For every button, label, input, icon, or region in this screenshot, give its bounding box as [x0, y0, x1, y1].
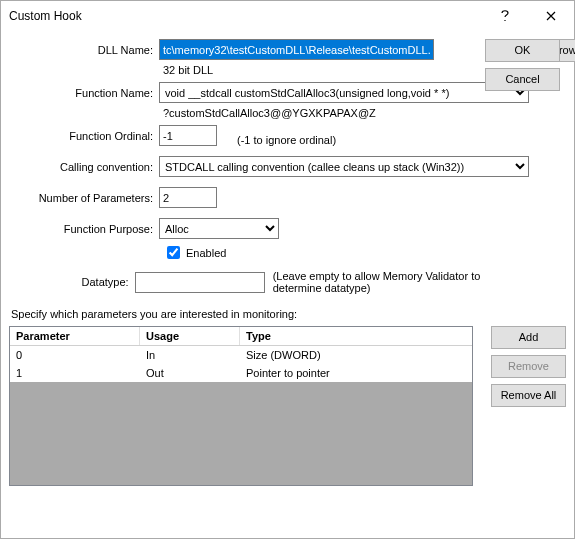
dll-name-label: DLL Name:	[9, 44, 159, 56]
col-usage[interactable]: Usage	[140, 327, 240, 345]
cell-type: Pointer to pointer	[240, 364, 472, 382]
enabled-label: Enabled	[186, 247, 226, 259]
custom-hook-dialog: Custom Hook DLL Name: 32 bit DLL Functio…	[0, 0, 575, 539]
add-button[interactable]: Add	[491, 326, 566, 349]
ok-button[interactable]: OK	[485, 39, 560, 62]
bit-note: 32 bit DLL	[163, 64, 213, 76]
cell-param: 0	[10, 346, 140, 364]
function-purpose-select[interactable]: Alloc	[159, 218, 279, 239]
cell-type: Size (DWORD)	[240, 346, 472, 364]
function-name-select[interactable]: void __stdcall customStdCallAlloc3(unsig…	[159, 82, 529, 103]
help-icon	[500, 9, 510, 23]
enabled-checkbox[interactable]	[167, 246, 180, 259]
datatype-field[interactable]	[135, 272, 265, 293]
datatype-note: (Leave empty to allow Memory Validator t…	[273, 270, 529, 294]
remove-button[interactable]: Remove	[491, 355, 566, 378]
calling-convention-select[interactable]: STDCALL calling convention (callee clean…	[159, 156, 529, 177]
monitoring-section-label: Specify which parameters you are interes…	[11, 308, 566, 320]
num-params-label: Number of Parameters:	[9, 192, 159, 204]
ordinal-note: (-1 to ignore ordinal)	[237, 134, 336, 146]
calling-convention-label: Calling convention:	[9, 161, 159, 173]
close-button[interactable]	[528, 1, 574, 31]
function-ordinal-field[interactable]	[159, 125, 217, 146]
table-row[interactable]: 1 Out Pointer to pointer	[10, 364, 472, 382]
table-header: Parameter Usage Type	[10, 327, 472, 346]
parameters-table[interactable]: Parameter Usage Type 0 In Size (DWORD) 1…	[9, 326, 473, 486]
close-icon	[546, 11, 556, 21]
dll-name-field[interactable]	[159, 39, 434, 60]
help-button[interactable]	[482, 1, 528, 31]
cell-usage: In	[140, 346, 240, 364]
remove-all-button[interactable]: Remove All	[491, 384, 566, 407]
decorated-name: ?customStdCallAlloc3@@YGXKPAPAX@Z	[163, 107, 376, 119]
num-params-field[interactable]	[159, 187, 217, 208]
function-purpose-label: Function Purpose:	[9, 223, 159, 235]
function-ordinal-label: Function Ordinal:	[9, 130, 159, 142]
cell-param: 1	[10, 364, 140, 382]
window-title: Custom Hook	[9, 9, 482, 23]
function-name-label: Function Name:	[9, 87, 159, 99]
cell-usage: Out	[140, 364, 240, 382]
table-row[interactable]: 0 In Size (DWORD)	[10, 346, 472, 364]
col-parameter[interactable]: Parameter	[10, 327, 140, 345]
titlebar: Custom Hook	[1, 1, 574, 31]
cancel-button[interactable]: Cancel	[485, 68, 560, 91]
col-type[interactable]: Type	[240, 327, 472, 345]
dialog-body: DLL Name: 32 bit DLL Function Name: void…	[1, 31, 574, 538]
datatype-label: Datatype:	[9, 276, 135, 288]
